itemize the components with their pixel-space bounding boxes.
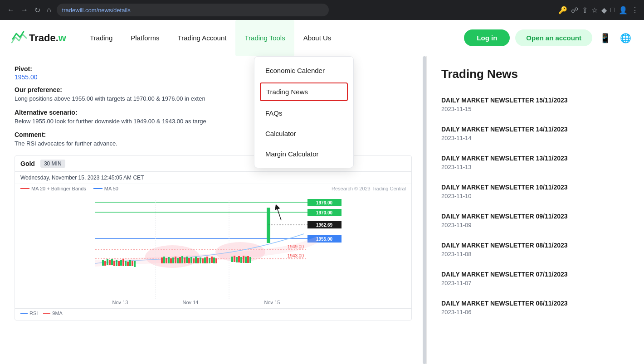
mobile-icon[interactable]: 📱 [598,31,613,45]
browser-action-buttons[interactable]: 🔑 ☍ ⇧ ☆ ◆ □ 👤 ⋮ [558,6,639,15]
svg-rect-33 [161,257,163,263]
svg-rect-20 [107,259,108,265]
svg-rect-62 [240,257,242,263]
news-list-item[interactable]: DAILY MARKET NEWSLETTER 06/11/2023 2023-… [441,293,629,322]
svg-rect-56 [213,257,215,263]
nav-actions: Log in Open an account 📱 🌐 [464,29,633,46]
news-item-title: DAILY MARKET NEWSLETTER 07/11/2023 [441,271,629,278]
right-panel: Trading News DAILY MARKET NEWSLETTER 15/… [426,56,644,364]
window-icon[interactable]: □ [610,6,615,14]
back-button[interactable]: ← [5,4,16,16]
svg-rect-55 [211,257,213,263]
research-credit: Research © 2023 Trading Central [332,186,406,191]
news-list-item[interactable]: DAILY MARKET NEWSLETTER 13/11/2023 2023-… [441,148,629,177]
svg-text:1962.69: 1962.69 [316,223,333,228]
nav-item-trading-account[interactable]: Trading Account [169,20,236,56]
news-item-title: DAILY MARKET NEWSLETTER 15/11/2023 [441,97,629,104]
news-list-item[interactable]: DAILY MARKET NEWSLETTER 14/11/2023 2023-… [441,119,629,148]
dropdown-item-trading-news[interactable]: Trading News [260,83,348,101]
nav-item-platforms[interactable]: Platforms [122,20,168,56]
news-item-title: DAILY MARKET NEWSLETTER 10/11/2023 [441,184,629,191]
nav-item-trading-tools[interactable]: Trading Tools [235,20,294,56]
nav-item-about-us[interactable]: About Us [294,20,341,56]
globe-icon[interactable]: 🌐 [618,31,633,45]
news-list-item[interactable]: DAILY MARKET NEWSLETTER 15/11/2023 2023-… [441,90,629,119]
news-list-item[interactable]: DAILY MARKET NEWSLETTER 08/11/2023 2023-… [441,235,629,264]
chart-title: Gold [20,160,35,167]
svg-text:1943.00: 1943.00 [288,253,304,258]
rsi-legend: RSI [20,311,38,316]
nav-items: Trading Platforms Trading Account Tradin… [81,20,464,56]
dropdown-item-margin-calculator[interactable]: Margin Calculator [254,144,353,164]
translate-icon[interactable]: ☍ [571,6,578,15]
9ma-label: 9MA [52,311,63,316]
menu-icon[interactable]: ⋮ [631,6,639,15]
forward-button[interactable]: → [19,4,30,16]
news-item-date: 2023-11-08 [441,251,629,257]
svg-rect-63 [243,256,244,263]
dropdown-item-economic-calender[interactable]: Economic Calender [254,60,353,81]
logo[interactable]: Trade.w [11,30,66,46]
news-item-title: DAILY MARKET NEWSLETTER 09/11/2023 [441,213,629,220]
svg-text:Nov 14: Nov 14 [183,300,199,305]
chart-timeframe-badge: 30 MIN [40,160,65,168]
chart-body: 1976.00 1970.00 1962.69 1955.00 1949.00 [15,193,411,320]
svg-rect-75 [82,318,345,320]
svg-rect-31 [132,261,133,266]
left-panel: Pivot: 1955.00 Our preference: Long posi… [0,56,426,364]
svg-rect-38 [172,257,174,263]
home-button[interactable]: ⌂ [45,4,53,16]
navbar: Trade.w Trading Platforms Trading Accoun… [0,20,644,56]
dropdown-item-faqs[interactable]: FAQs [254,103,353,123]
scrollbar-indicator[interactable] [424,180,426,207]
nav-item-trading[interactable]: Trading [81,20,122,56]
extensions-icon[interactable]: ◆ [601,6,607,15]
open-account-button[interactable]: Open an account [515,29,592,46]
svg-rect-32 [134,261,136,267]
news-item-title: DAILY MARKET NEWSLETTER 13/11/2023 [441,155,629,162]
9ma-line-indicator [43,313,50,314]
svg-rect-53 [206,257,208,263]
svg-rect-42 [181,256,183,263]
address-bar[interactable]: tradewill.com/news/details [57,4,329,16]
news-item-title: DAILY MARKET NEWSLETTER 08/11/2023 [441,242,629,249]
svg-rect-34 [163,257,165,263]
svg-rect-49 [197,258,199,263]
svg-text:1955.00: 1955.00 [316,237,333,242]
svg-rect-51 [202,258,204,263]
legend-ma20: MA 20 + Bollinger Bands [20,186,86,191]
svg-rect-45 [188,258,190,263]
legend-ma50: MA 50 [93,186,118,191]
reload-button[interactable]: ↻ [33,4,42,16]
legend-ma20-label: MA 20 + Bollinger Bands [31,186,86,191]
star-icon[interactable]: ☆ [591,6,598,15]
news-list-item[interactable]: DAILY MARKET NEWSLETTER 10/11/2023 2023-… [441,177,629,206]
logo-icon [11,30,27,46]
news-list-item[interactable]: DAILY MARKET NEWSLETTER 09/11/2023 2023-… [441,206,629,235]
svg-rect-54 [209,258,210,263]
news-item-date: 2023-11-10 [441,193,629,199]
svg-rect-66 [249,257,251,263]
svg-rect-61 [238,256,240,262]
news-item-date: 2023-11-06 [441,309,629,315]
svg-rect-37 [170,258,172,263]
svg-rect-36 [168,257,170,263]
chart-date: Wednesday, November 15, 2023 12:45:05 AM… [15,172,411,184]
login-button[interactable]: Log in [464,29,510,46]
svg-rect-30 [129,260,131,266]
svg-text:Nov 13: Nov 13 [112,300,128,305]
svg-text:Nov 15: Nov 15 [264,300,280,305]
news-item-title: DAILY MARKET NEWSLETTER 06/11/2023 [441,300,629,307]
news-list-item[interactable]: DAILY MARKET NEWSLETTER 07/11/2023 2023-… [441,264,629,293]
browser-nav-controls[interactable]: ← → ↻ ⌂ [5,4,53,16]
share-icon[interactable]: ⇧ [582,6,588,15]
address-bar-url: tradewill.com/news/details [62,7,131,14]
key-icon[interactable]: 🔑 [558,6,567,15]
dropdown-item-calculator[interactable]: Calculator [254,123,353,144]
svg-rect-24 [116,260,117,266]
profile-icon[interactable]: 👤 [619,6,628,15]
news-item-date: 2023-11-13 [441,164,629,170]
svg-rect-21 [109,260,111,265]
ma-legend: 9MA [43,311,63,316]
svg-rect-52 [204,257,206,263]
